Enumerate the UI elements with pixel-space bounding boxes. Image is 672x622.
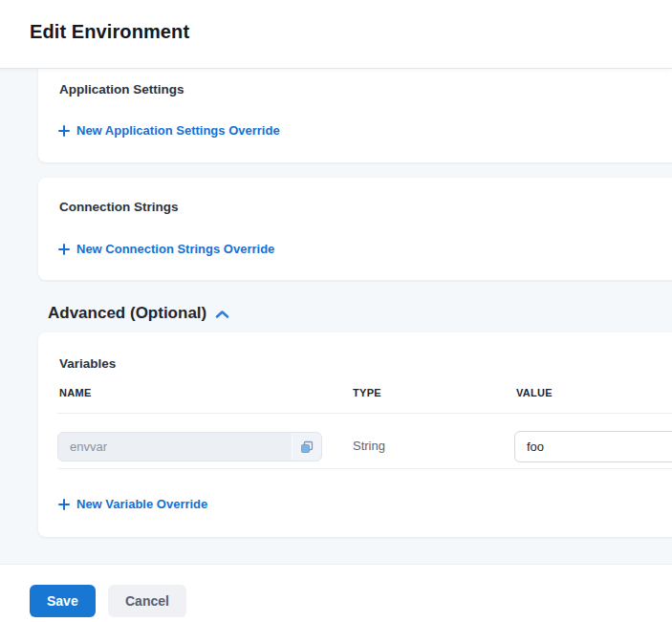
advanced-optional-toggle[interactable]: Advanced (Optional)	[48, 304, 229, 323]
panel-footer: Save Cancel	[0, 564, 672, 622]
copy-icon	[300, 440, 314, 454]
column-header-value: VALUE	[516, 387, 553, 398]
new-connection-strings-override-link[interactable]: New Connection Strings Override	[58, 242, 274, 256]
edit-environment-panel: Application Settings New Application Set…	[0, 0, 672, 622]
new-variable-override-label: New Variable Override	[76, 497, 207, 511]
column-header-type: TYPE	[353, 387, 381, 398]
advanced-optional-title: Advanced (Optional)	[48, 304, 206, 323]
variable-name-field	[57, 432, 322, 461]
save-button[interactable]: Save	[30, 585, 96, 617]
plus-icon	[58, 125, 70, 137]
variables-card: Variables NAME TYPE VALUE String	[38, 332, 672, 537]
variable-name-input[interactable]	[58, 433, 292, 461]
panel-header: Edit Environment	[0, 0, 672, 69]
table-row-divider	[57, 468, 672, 469]
connection-strings-title: Connection Strings	[59, 200, 179, 214]
table-header-divider	[57, 413, 672, 414]
variable-type-value: String	[353, 439, 385, 453]
page-title: Edit Environment	[30, 21, 189, 43]
variables-title: Variables	[59, 356, 116, 371]
new-application-settings-override-link[interactable]: New Application Settings Override	[58, 123, 280, 138]
cancel-button[interactable]: Cancel	[108, 585, 186, 617]
plus-icon	[58, 244, 70, 255]
plus-icon	[58, 499, 70, 510]
column-header-name: NAME	[59, 387, 92, 398]
new-variable-override-link[interactable]: New Variable Override	[58, 497, 207, 511]
new-application-settings-override-label: New Application Settings Override	[76, 123, 280, 138]
application-settings-card: Application Settings New Application Set…	[38, 69, 672, 162]
variable-value-input[interactable]	[514, 431, 672, 462]
connection-strings-card: Connection Strings New Connection String…	[38, 178, 672, 280]
copy-button[interactable]	[292, 433, 321, 461]
application-settings-title: Application Settings	[59, 82, 184, 97]
new-connection-strings-override-label: New Connection Strings Override	[76, 242, 274, 256]
chevron-up-icon	[215, 310, 229, 319]
